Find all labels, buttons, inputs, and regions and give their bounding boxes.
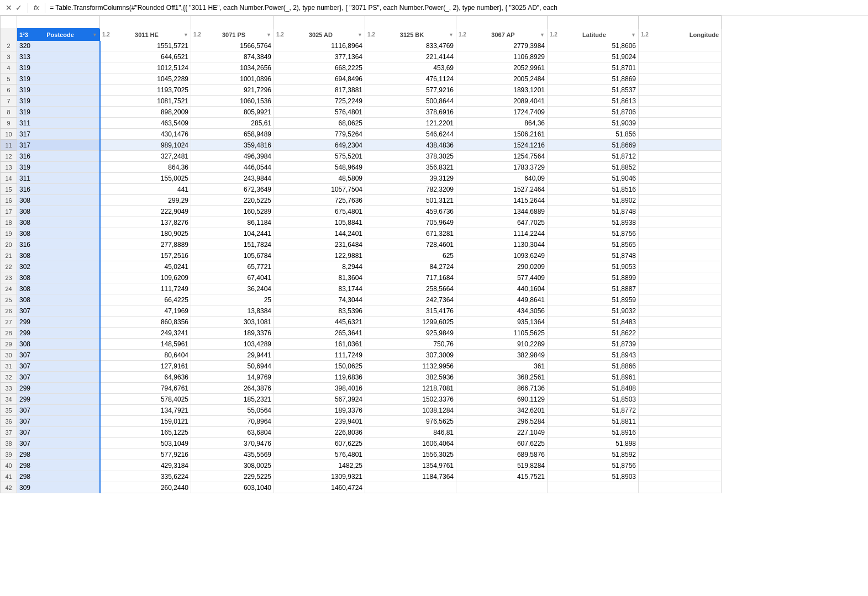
lon-cell[interactable] [639,62,722,73]
table-row[interactable]: 21308157,2516105,6784122,98816251093,624… [1,250,722,261]
ps-cell[interactable]: 151,7824 [191,239,274,250]
lon-cell[interactable] [639,372,722,383]
ad-cell[interactable]: 150,0625 [274,361,365,372]
ap-cell[interactable]: 227,1049 [456,427,548,438]
lon-cell[interactable] [639,129,722,140]
lon-cell[interactable] [639,427,722,438]
lat-cell[interactable]: 51,8902 [548,195,639,206]
postcode-cell[interactable]: 308 [17,294,100,305]
ap-cell[interactable]: 2052,9961 [456,62,548,73]
table-row[interactable]: 10317430,1476658,9489779,5264546,6244150… [1,129,722,140]
table-row[interactable]: 23201551,57211566,57641116,8964833,47692… [1,40,722,51]
ap-cell[interactable]: 1105,5625 [456,328,548,339]
he-cell[interactable]: 64,9636 [100,372,191,383]
bk-cell[interactable]: 1218,7081 [365,383,456,394]
row-number[interactable]: 24 [1,283,17,294]
postcode-cell[interactable]: 307 [17,372,100,383]
row-number[interactable]: 28 [1,328,17,339]
ap-cell[interactable]: 440,1604 [456,283,548,294]
postcode-cell[interactable]: 316 [17,239,100,250]
bk-cell[interactable]: 925,9849 [365,328,456,339]
ap-cell[interactable]: 866,7136 [456,383,548,394]
postcode-cell[interactable]: 307 [17,361,100,372]
lat-cell[interactable]: 51,8748 [548,250,639,261]
lat-cell[interactable]: 51,9024 [548,51,639,62]
table-row[interactable]: 12316327,2481496,3984575,5201378,3025125… [1,151,722,162]
lon-cell[interactable] [639,140,722,151]
table-row[interactable]: 53191045,22891001,0896694,8496476,112420… [1,73,722,85]
bk3125-dropdown-icon[interactable]: ▼ [449,31,454,37]
he-cell[interactable]: 335,6224 [100,471,191,482]
table-row[interactable]: 40298429,3184308,00251482,251354,9761519… [1,460,722,471]
row-number[interactable]: 10 [1,129,17,140]
longitude-header[interactable]: 1.2 Longitude [639,28,722,41]
postcode-cell[interactable]: 309 [17,482,100,493]
lat-cell[interactable]: 51,8811 [548,416,639,427]
bk-cell[interactable]: 382,5936 [365,372,456,383]
ps3071-dropdown-icon[interactable]: ▼ [266,31,271,37]
ap-cell[interactable]: 1783,3729 [456,162,548,173]
row-number[interactable]: 41 [1,471,17,482]
ad-cell[interactable]: 231,6484 [274,239,365,250]
ap-cell[interactable]: 1724,7409 [456,107,548,118]
he-cell[interactable]: 1045,2289 [100,73,191,85]
table-row[interactable]: 73191081,75211060,1536725,2249500,864420… [1,96,722,107]
postcode-cell[interactable]: 319 [17,85,100,96]
ad-cell[interactable]: 1309,9321 [274,471,365,482]
ad-cell[interactable]: 675,4801 [274,206,365,217]
lon-cell[interactable] [639,173,722,184]
ad-cell[interactable]: 1482,25 [274,460,365,471]
postcode-cell[interactable]: 317 [17,140,100,151]
bk-cell[interactable]: 258,5664 [365,283,456,294]
row-number[interactable]: 19 [1,228,17,239]
ap-cell[interactable]: 342,6201 [456,405,548,416]
lon-cell[interactable] [639,85,722,96]
ap-cell[interactable]: 689,5876 [456,449,548,460]
postcode-cell[interactable]: 308 [17,272,100,283]
bk-cell[interactable]: 976,5625 [365,416,456,427]
ad-cell[interactable]: 445,6321 [274,317,365,328]
row-number[interactable]: 35 [1,405,17,416]
bk-cell[interactable]: 846,81 [365,427,456,438]
table-row[interactable]: 33299794,6761264,3876398,40161218,708186… [1,383,722,394]
ps-cell[interactable]: 50,6944 [191,361,274,372]
lon-cell[interactable] [639,151,722,162]
postcode-cell[interactable]: 308 [17,283,100,294]
row-number[interactable]: 39 [1,449,17,460]
row-number[interactable]: 7 [1,96,17,107]
ap-cell[interactable]: 1506,2161 [456,129,548,140]
ap-cell[interactable]: 2005,2484 [456,73,548,85]
bk-cell[interactable]: 705,9649 [365,217,456,228]
he-cell[interactable]: 66,4225 [100,294,191,305]
lat-cell[interactable]: 51,898 [548,438,639,449]
table-row[interactable]: 17308222,9049160,5289675,4801459,6736134… [1,206,722,217]
postcode-cell[interactable]: 298 [17,449,100,460]
ad-cell[interactable]: 161,0361 [274,339,365,350]
lon-cell[interactable] [639,449,722,460]
ad-cell[interactable]: 119,6836 [274,372,365,383]
postcode-cell[interactable]: 319 [17,73,100,85]
ps-cell[interactable]: 63,6804 [191,427,274,438]
lon-cell[interactable] [639,239,722,250]
ad-cell[interactable]: 81,3604 [274,272,365,283]
postcode-cell[interactable]: 302 [17,261,100,272]
row-number[interactable]: 23 [1,272,17,283]
lon-cell[interactable] [639,350,722,361]
ap-cell[interactable]: 290,0209 [456,261,548,272]
postcode-cell[interactable]: 319 [17,162,100,173]
table-row[interactable]: 42309260,2440603,10401460,4724 [1,482,722,493]
row-number[interactable]: 31 [1,361,17,372]
ps-cell[interactable]: 65,7721 [191,261,274,272]
ps-cell[interactable]: 13,8384 [191,305,274,317]
he-cell[interactable]: 898,2009 [100,107,191,118]
lon-cell[interactable] [639,228,722,239]
lat-cell[interactable]: 51,8903 [548,471,639,482]
he-cell[interactable]: 260,2440 [100,482,191,493]
row-number[interactable]: 42 [1,482,17,493]
he-cell[interactable]: 430,1476 [100,129,191,140]
ap-cell[interactable]: 910,2289 [456,339,548,350]
ps-cell[interactable]: 36,2404 [191,283,274,294]
ad-cell[interactable]: 817,3881 [274,85,365,96]
ps-cell[interactable]: 105,6784 [191,250,274,261]
ap-cell[interactable]: 368,2561 [456,372,548,383]
